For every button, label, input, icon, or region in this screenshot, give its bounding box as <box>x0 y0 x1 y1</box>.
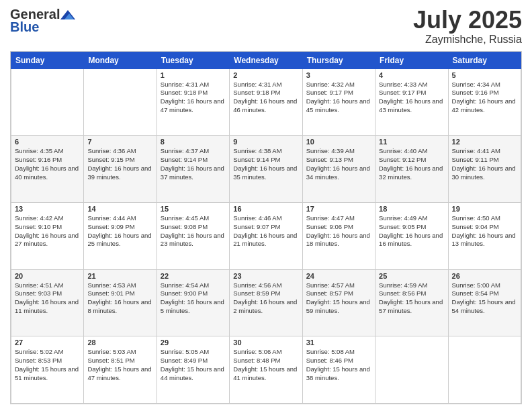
day-cell: 8Sunrise: 4:37 AMSunset: 9:14 PMDaylight… <box>157 136 229 203</box>
col-header-thursday: Thursday <box>302 52 375 68</box>
day-number: 29 <box>161 338 226 347</box>
day-number: 11 <box>379 138 444 146</box>
day-cell: 27Sunrise: 5:02 AMSunset: 8:53 PMDayligh… <box>11 336 84 404</box>
day-info: Sunrise: 5:03 AMSunset: 8:51 PMDaylight:… <box>87 348 152 382</box>
day-number: 13 <box>15 205 80 213</box>
day-number: 10 <box>306 138 371 146</box>
day-cell: 14Sunrise: 4:44 AMSunset: 9:09 PMDayligh… <box>84 202 157 269</box>
day-cell: 9Sunrise: 4:38 AMSunset: 9:14 PMDaylight… <box>230 136 302 203</box>
day-cell: 23Sunrise: 4:56 AMSunset: 8:59 PMDayligh… <box>230 269 302 336</box>
day-cell: 30Sunrise: 5:06 AMSunset: 8:48 PMDayligh… <box>230 336 302 404</box>
day-cell: 2Sunrise: 4:31 AMSunset: 9:18 PMDaylight… <box>230 68 302 136</box>
week-row-1: 1Sunrise: 4:31 AMSunset: 9:18 PMDaylight… <box>11 68 521 136</box>
col-header-sunday: Sunday <box>11 52 84 68</box>
day-number: 31 <box>306 338 371 347</box>
day-info: Sunrise: 4:59 AMSunset: 8:56 PMDaylight:… <box>379 281 444 316</box>
col-header-saturday: Saturday <box>448 52 521 68</box>
day-cell: 16Sunrise: 4:46 AMSunset: 9:07 PMDayligh… <box>230 202 302 269</box>
day-info: Sunrise: 5:00 AMSunset: 8:54 PMDaylight:… <box>452 281 517 316</box>
day-number: 26 <box>452 272 517 280</box>
day-info: Sunrise: 4:50 AMSunset: 9:04 PMDaylight:… <box>452 214 517 248</box>
day-cell: 12Sunrise: 4:41 AMSunset: 9:11 PMDayligh… <box>448 136 521 203</box>
day-number: 20 <box>15 272 80 280</box>
day-info: Sunrise: 4:39 AMSunset: 9:13 PMDaylight:… <box>306 147 371 181</box>
calendar: SundayMondayTuesdayWednesdayThursdayFrid… <box>10 51 522 404</box>
day-info: Sunrise: 4:33 AMSunset: 9:17 PMDaylight:… <box>379 81 444 115</box>
day-cell: 11Sunrise: 4:40 AMSunset: 9:12 PMDayligh… <box>375 136 448 203</box>
day-info: Sunrise: 4:35 AMSunset: 9:16 PMDaylight:… <box>15 147 80 181</box>
day-number: 22 <box>161 272 226 280</box>
day-cell: 24Sunrise: 4:57 AMSunset: 8:57 PMDayligh… <box>302 269 375 336</box>
page: General Blue July 2025 Zaymishche, Russi… <box>0 0 532 411</box>
week-row-5: 27Sunrise: 5:02 AMSunset: 8:53 PMDayligh… <box>11 336 521 404</box>
day-info: Sunrise: 4:57 AMSunset: 8:57 PMDaylight:… <box>306 281 371 316</box>
day-cell <box>448 336 521 404</box>
day-info: Sunrise: 4:31 AMSunset: 9:18 PMDaylight:… <box>161 81 226 115</box>
day-number: 15 <box>161 205 226 213</box>
day-number: 19 <box>452 205 517 213</box>
day-info: Sunrise: 4:53 AMSunset: 9:01 PMDaylight:… <box>87 281 152 316</box>
day-number: 30 <box>233 338 298 347</box>
day-cell: 10Sunrise: 4:39 AMSunset: 9:13 PMDayligh… <box>302 136 375 203</box>
day-number: 16 <box>233 205 298 213</box>
day-info: Sunrise: 5:06 AMSunset: 8:48 PMDaylight:… <box>233 348 298 382</box>
day-number: 9 <box>233 138 298 146</box>
logo-icon <box>60 10 75 19</box>
day-info: Sunrise: 4:56 AMSunset: 8:59 PMDaylight:… <box>233 281 298 316</box>
day-info: Sunrise: 4:54 AMSunset: 9:00 PMDaylight:… <box>161 281 226 316</box>
day-cell: 4Sunrise: 4:33 AMSunset: 9:17 PMDaylight… <box>375 68 448 136</box>
day-number: 8 <box>161 138 226 146</box>
day-cell <box>84 68 157 136</box>
day-number: 23 <box>233 272 298 280</box>
day-info: Sunrise: 4:47 AMSunset: 9:06 PMDaylight:… <box>306 214 371 248</box>
day-cell: 3Sunrise: 4:32 AMSunset: 9:17 PMDaylight… <box>302 68 375 136</box>
day-cell: 26Sunrise: 5:00 AMSunset: 8:54 PMDayligh… <box>448 269 521 336</box>
day-number: 27 <box>15 338 80 347</box>
day-cell <box>375 336 448 404</box>
day-cell: 17Sunrise: 4:47 AMSunset: 9:06 PMDayligh… <box>302 202 375 269</box>
day-number: 12 <box>452 138 517 146</box>
day-number: 18 <box>379 205 444 213</box>
calendar-body: 1Sunrise: 4:31 AMSunset: 9:18 PMDaylight… <box>11 68 521 403</box>
day-info: Sunrise: 4:32 AMSunset: 9:17 PMDaylight:… <box>306 81 371 115</box>
logo: General Blue <box>10 7 76 35</box>
week-row-2: 6Sunrise: 4:35 AMSunset: 9:16 PMDaylight… <box>11 136 521 203</box>
day-info: Sunrise: 5:02 AMSunset: 8:53 PMDaylight:… <box>15 348 80 382</box>
day-cell: 1Sunrise: 4:31 AMSunset: 9:18 PMDaylight… <box>157 68 229 136</box>
header: General Blue July 2025 Zaymishche, Russi… <box>10 7 522 46</box>
day-cell: 21Sunrise: 4:53 AMSunset: 9:01 PMDayligh… <box>84 269 157 336</box>
day-number: 28 <box>87 338 152 347</box>
col-header-tuesday: Tuesday <box>157 52 229 68</box>
calendar-header-row: SundayMondayTuesdayWednesdayThursdayFrid… <box>11 52 521 68</box>
day-number: 25 <box>379 272 444 280</box>
day-cell: 31Sunrise: 5:08 AMSunset: 8:46 PMDayligh… <box>302 336 375 404</box>
day-number: 1 <box>161 71 226 79</box>
day-number: 3 <box>306 71 371 79</box>
col-header-wednesday: Wednesday <box>230 52 302 68</box>
day-number: 4 <box>379 71 444 79</box>
day-info: Sunrise: 5:08 AMSunset: 8:46 PMDaylight:… <box>306 348 371 382</box>
day-cell: 28Sunrise: 5:03 AMSunset: 8:51 PMDayligh… <box>84 336 157 404</box>
col-header-monday: Monday <box>84 52 157 68</box>
day-cell: 13Sunrise: 4:42 AMSunset: 9:10 PMDayligh… <box>11 202 84 269</box>
day-info: Sunrise: 4:34 AMSunset: 9:16 PMDaylight:… <box>452 81 517 115</box>
day-number: 24 <box>306 272 371 280</box>
location: Zaymishche, Russia <box>413 34 522 46</box>
week-row-3: 13Sunrise: 4:42 AMSunset: 9:10 PMDayligh… <box>11 202 521 269</box>
day-cell: 5Sunrise: 4:34 AMSunset: 9:16 PMDaylight… <box>448 68 521 136</box>
day-cell <box>11 68 84 136</box>
col-header-friday: Friday <box>375 52 448 68</box>
day-number: 5 <box>452 71 517 79</box>
day-cell: 22Sunrise: 4:54 AMSunset: 9:00 PMDayligh… <box>157 269 229 336</box>
day-info: Sunrise: 4:49 AMSunset: 9:05 PMDaylight:… <box>379 214 444 248</box>
logo-blue: Blue <box>10 19 39 35</box>
day-cell: 20Sunrise: 4:51 AMSunset: 9:03 PMDayligh… <box>11 269 84 336</box>
day-info: Sunrise: 4:36 AMSunset: 9:15 PMDaylight:… <box>87 147 152 181</box>
day-info: Sunrise: 4:37 AMSunset: 9:14 PMDaylight:… <box>161 147 226 181</box>
day-number: 14 <box>87 205 152 213</box>
day-cell: 25Sunrise: 4:59 AMSunset: 8:56 PMDayligh… <box>375 269 448 336</box>
day-cell: 6Sunrise: 4:35 AMSunset: 9:16 PMDaylight… <box>11 136 84 203</box>
day-cell: 18Sunrise: 4:49 AMSunset: 9:05 PMDayligh… <box>375 202 448 269</box>
title-block: July 2025 Zaymishche, Russia <box>413 7 522 46</box>
day-info: Sunrise: 4:46 AMSunset: 9:07 PMDaylight:… <box>233 214 298 248</box>
